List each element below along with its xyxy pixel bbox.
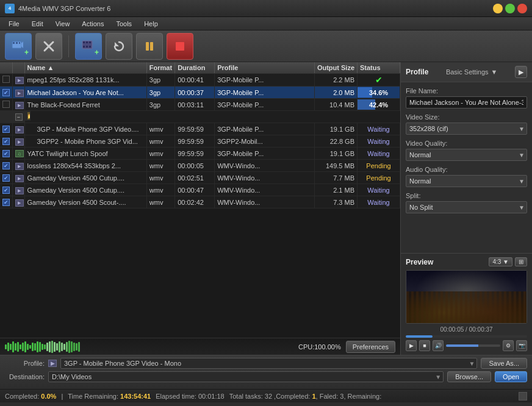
file-table: Name ▲ Format Duration Profile Output Si…: [0, 62, 400, 208]
refresh-button[interactable]: [106, 33, 132, 60]
menu-view[interactable]: View: [49, 19, 76, 29]
split-select[interactable]: No Split: [406, 201, 527, 213]
audio-quality-select[interactable]: Normal: [406, 175, 527, 187]
split-label: Split:: [406, 192, 527, 199]
col-format[interactable]: Format: [146, 62, 174, 74]
collapse-button[interactable]: −: [15, 113, 23, 121]
window-controls[interactable]: [493, 4, 527, 13]
row-checkbox[interactable]: [2, 101, 10, 108]
main-area: Name ▲ Format Duration Profile Output Si…: [0, 62, 532, 355]
browse-button[interactable]: Browse...: [447, 371, 491, 382]
table-row[interactable]: ✔ ▶ Michael Jackson - You Are Not... 3gp…: [0, 87, 400, 99]
row-checkbox[interactable]: ✔: [2, 199, 10, 206]
maximize-button[interactable]: [505, 4, 515, 13]
row-checkbox[interactable]: ✔: [2, 138, 10, 145]
file-format: wmv: [146, 184, 174, 196]
title-left: 4 4Media WMV 3GP Converter 6: [5, 4, 110, 13]
table-row[interactable]: ▶ mpeg1 25fps 352x288 1131k... 3gp 00:00…: [0, 74, 400, 87]
snapshot-button[interactable]: 📷: [516, 340, 527, 351]
open-button[interactable]: Open: [495, 371, 527, 382]
file-duration: 00:02:42: [175, 196, 215, 208]
toolbar-separator-1: [68, 35, 69, 57]
stop-button[interactable]: [167, 33, 193, 60]
file-size: 2.0 MB: [314, 87, 357, 99]
stop-playback-button[interactable]: ■: [419, 340, 430, 351]
file-profile: 3GP-Mobile P...: [215, 123, 315, 135]
profile-select[interactable]: 3GP - Mobile Phone 3GP Video - Mono: [60, 358, 477, 369]
file-format: 3gp: [146, 99, 174, 111]
row-checkbox[interactable]: ✔: [2, 162, 10, 169]
file-name-input[interactable]: [406, 96, 527, 109]
preferences-button[interactable]: Preferences: [346, 341, 395, 353]
play-button[interactable]: ▶: [406, 340, 417, 351]
table-row[interactable]: ✔ ▶ Gameday Version 4500 Cutup.... wmv 0…: [0, 184, 400, 196]
video-quality-label: Video Quality:: [406, 140, 527, 147]
menu-tools[interactable]: Tools: [110, 19, 138, 29]
file-size: 19.1 GB: [314, 148, 357, 160]
table-row[interactable]: ✔ ♫ YATC Twilight Lunch Spoof wmv 99:59:…: [0, 148, 400, 160]
table-row[interactable]: ✔ ▶ 3GPP2 - Mobile Phone 3GP Vid... wmv …: [0, 135, 400, 148]
waveform-display: [5, 341, 80, 353]
destination-row: Destination: D:\My Videos ▼ Browse... Op…: [5, 371, 527, 382]
menu-edit[interactable]: Edit: [26, 19, 49, 29]
preview-header: Preview 4:3 ▼ ⊞: [406, 257, 527, 266]
file-status: Pending: [358, 172, 400, 184]
row-checkbox[interactable]: ✔: [2, 174, 10, 182]
video-quality-select[interactable]: Normal: [406, 149, 527, 161]
menu-file[interactable]: File: [2, 19, 26, 29]
file-name: Gameday Version 4500 Cutup....: [24, 184, 146, 196]
chevron-down-icon: ▼: [491, 68, 498, 76]
destination-input[interactable]: D:\My Videos: [48, 371, 444, 382]
svg-rect-4: [19, 42, 20, 44]
table-row[interactable]: ▶ The Black-Footed Ferret 3gp 00:03:11 3…: [0, 99, 400, 111]
file-profile: WMV-Windo...: [215, 172, 315, 184]
row-checkbox[interactable]: ✔: [2, 126, 10, 133]
add-video-button[interactable]: [5, 33, 32, 60]
col-status[interactable]: Status: [358, 62, 400, 74]
svg-rect-9: [86, 41, 88, 43]
svg-rect-17: [176, 42, 184, 51]
file-size: 149.5 MB: [314, 160, 357, 172]
col-duration[interactable]: Duration: [175, 62, 215, 74]
fullscreen-button[interactable]: ⊞: [515, 257, 527, 266]
file-name: The Black-Footed Ferret: [24, 99, 146, 111]
minimize-button[interactable]: [493, 4, 503, 13]
col-name[interactable]: Name ▲: [24, 62, 146, 74]
col-size[interactable]: Output Size: [314, 62, 357, 74]
file-icon: ▶: [15, 187, 24, 194]
aspect-ratio-button[interactable]: 4:3 ▼: [489, 257, 512, 266]
row-checkbox[interactable]: ✔: [2, 150, 10, 157]
row-checkbox[interactable]: [2, 76, 10, 83]
pause-button[interactable]: [136, 33, 163, 60]
col-profile[interactable]: Profile: [215, 62, 315, 74]
table-row[interactable]: ✔ ▶ Gameday Version 4500 Scout-.... wmv …: [0, 196, 400, 208]
file-format: 3gp: [146, 74, 174, 87]
remove-button[interactable]: [35, 33, 62, 60]
file-name: lossless 1280x544 353kbps 2...: [24, 160, 146, 172]
status-detail-button[interactable]: [519, 392, 527, 401]
file-profile: WMV-Windo...: [215, 184, 315, 196]
volume-icon[interactable]: 🔊: [433, 340, 444, 351]
basic-settings-toggle[interactable]: Basic Settings ▼: [446, 68, 498, 76]
table-row[interactable]: ✔ ▶ 3GP - Mobile Phone 3GP Video.... wmv…: [0, 123, 400, 135]
playback-controls: ▶ ■ 🔊 ⚙ 📷: [406, 340, 527, 351]
settings-icon[interactable]: ⚙: [503, 340, 514, 351]
table-row[interactable]: ✔ ▶ lossless 1280x544 353kbps 2... wmv 0…: [0, 160, 400, 172]
svg-rect-10: [89, 41, 91, 43]
video-size-select[interactable]: 352x288 (cif): [406, 123, 527, 135]
menu-help[interactable]: Help: [138, 19, 164, 29]
audio-quality-select-wrap: Normal ▼: [406, 175, 527, 187]
menu-actions[interactable]: Actions: [76, 19, 110, 29]
row-checkbox[interactable]: ✔: [2, 187, 10, 194]
volume-slider[interactable]: [446, 344, 500, 347]
save-as-button[interactable]: Save As...: [481, 358, 527, 369]
close-button[interactable]: [517, 4, 527, 13]
expand-arrow-button[interactable]: ▶: [515, 66, 527, 78]
row-checkbox[interactable]: ✔: [2, 89, 10, 96]
add-task-button[interactable]: [75, 33, 102, 60]
group-row[interactable]: − 📁 MOV004: [0, 111, 400, 123]
table-row[interactable]: ✔ ▶ Gameday Version 4500 Cutup.... wmv 0…: [0, 172, 400, 184]
bottom-bar: Profile: ▶ 3GP - Mobile Phone 3GP Video …: [0, 355, 532, 389]
col-check: [0, 62, 12, 74]
preview-seekbar[interactable]: [406, 335, 527, 338]
